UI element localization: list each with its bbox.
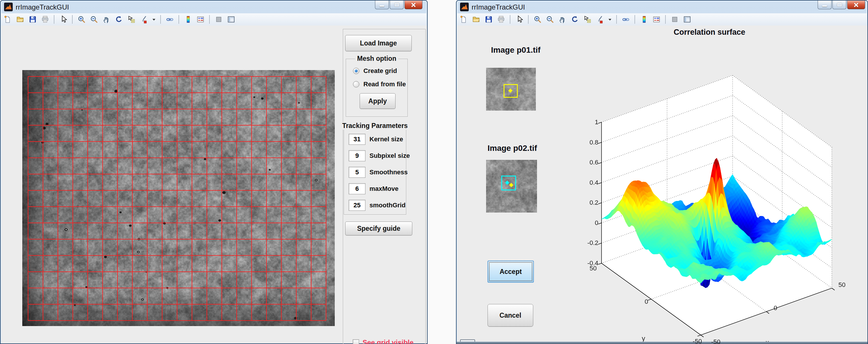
create-grid-radio[interactable]: [353, 68, 359, 74]
edit-plot-cursor-icon[interactable]: [59, 15, 68, 24]
minimize-button[interactable]: [375, 1, 389, 9]
z-tick-label: 0: [574, 219, 598, 227]
maxmove-label: maxMove: [370, 185, 398, 193]
kernel-size-field[interactable]: 31: [349, 134, 365, 145]
pan-hand-icon[interactable]: [558, 15, 567, 24]
control-panel: Load Image Mesh option Create grid Read …: [343, 29, 426, 344]
zoom-in-icon[interactable]: [77, 15, 86, 24]
smoothgrid-field[interactable]: 25: [349, 200, 365, 211]
save-figure-icon[interactable]: [28, 15, 37, 24]
smoothgrid-label: smoothGrid: [370, 202, 406, 209]
link-plots-icon[interactable]: [621, 15, 630, 24]
brush-dropdown-icon[interactable]: [152, 15, 156, 24]
figure-toolbar: [1, 13, 427, 26]
matlab-logo-icon: [4, 3, 13, 11]
insert-colorbar-icon[interactable]: [184, 15, 192, 24]
minimize-icon: [380, 5, 384, 7]
correlation-surface-plot[interactable]: [591, 67, 868, 344]
rotate-3d-icon[interactable]: [115, 15, 123, 24]
window-bottom-edge: [457, 342, 867, 344]
create-grid-label: Create grid: [363, 67, 397, 75]
z-tick-label: -0.2: [574, 239, 598, 247]
titlebar[interactable]: rrImageTrackGUI: [457, 1, 867, 13]
brush-dropdown-icon[interactable]: [608, 15, 612, 24]
toolbar-separator: [634, 15, 636, 24]
matlab-logo-icon: [460, 3, 469, 11]
toolbar-separator: [665, 15, 666, 24]
maxmove-field[interactable]: 6: [349, 183, 365, 194]
toolbar-separator: [179, 15, 179, 24]
pan-hand-icon[interactable]: [102, 15, 111, 24]
z-tick-label: 0.6: [574, 159, 598, 166]
data-cursor-icon[interactable]: [583, 15, 592, 24]
toolbar-separator: [528, 15, 529, 24]
window-title: rrImageTrackGUI: [472, 3, 525, 11]
apply-button[interactable]: Apply: [360, 93, 396, 109]
window-left-figure: rrImageTrackGUI Load Image Mesh option C…: [0, 0, 428, 344]
specify-guide-button[interactable]: Specify guide: [345, 222, 412, 235]
zoom-out-icon[interactable]: [546, 15, 554, 24]
insert-colorbar-icon[interactable]: [640, 15, 648, 24]
maximize-button[interactable]: [390, 1, 404, 9]
speckle-image-axes[interactable]: [22, 70, 335, 326]
new-figure-icon[interactable]: [3, 15, 12, 24]
load-image-button[interactable]: Load Image: [345, 35, 412, 51]
close-button[interactable]: [404, 1, 423, 9]
z-tick-label: 0.4: [574, 179, 598, 187]
z-tick-label: 0.8: [574, 139, 598, 146]
toolbar-separator: [72, 15, 73, 24]
kernel-size-label: Kernel size: [370, 136, 403, 143]
image2-title: Image p02.tif: [488, 144, 537, 153]
insert-legend-icon[interactable]: [652, 15, 661, 24]
brush-data-icon[interactable]: [140, 15, 148, 24]
y-tick-label: 0: [645, 298, 648, 306]
window-title: rrImageTrackGUI: [16, 3, 69, 11]
print-figure-icon[interactable]: [497, 15, 505, 24]
mesh-option-group: Mesh option Create grid Read from file A…: [346, 59, 408, 117]
show-plot-tools-icon[interactable]: [227, 15, 236, 24]
read-from-file-label: Read from file: [363, 81, 406, 88]
grid-visible-checkbox[interactable]: [353, 339, 359, 344]
maximize-icon: [395, 3, 399, 6]
print-figure-icon[interactable]: [41, 15, 50, 24]
edit-plot-cursor-icon[interactable]: [515, 15, 524, 24]
toolbar-separator: [616, 15, 617, 24]
new-figure-icon[interactable]: [460, 15, 468, 24]
hide-plot-tools-icon[interactable]: [671, 15, 679, 24]
zoom-in-icon[interactable]: [533, 15, 542, 24]
brush-data-icon[interactable]: [595, 15, 604, 24]
rotate-3d-icon[interactable]: [570, 15, 579, 24]
image1-title: Image p01.tif: [491, 46, 540, 55]
maximize-icon: [837, 3, 842, 6]
titlebar[interactable]: rrImageTrackGUI: [1, 1, 427, 13]
open-file-icon[interactable]: [16, 15, 25, 24]
insert-legend-icon[interactable]: [196, 15, 205, 24]
toolbar-separator: [160, 15, 161, 24]
accept-button[interactable]: Accept: [488, 261, 534, 283]
save-figure-icon[interactable]: [484, 15, 493, 24]
y-tick-label: 50: [590, 265, 597, 272]
cancel-button[interactable]: Cancel: [488, 304, 533, 326]
minimize-button[interactable]: [818, 1, 832, 9]
open-file-icon[interactable]: [472, 15, 480, 24]
read-from-file-radio[interactable]: [353, 81, 359, 87]
load-image-label: Load Image: [360, 39, 397, 47]
subpixel-size-field[interactable]: 9: [349, 150, 365, 161]
minimize-icon: [822, 5, 827, 7]
smoothness-field[interactable]: 5: [349, 167, 365, 178]
specify-guide-label: Specify guide: [357, 225, 400, 232]
link-plots-icon[interactable]: [165, 15, 174, 24]
maximize-button[interactable]: [832, 1, 846, 9]
x-tick-label: 50: [838, 281, 845, 289]
close-icon: [853, 2, 859, 7]
image2-thumbnail: [486, 160, 537, 212]
hide-plot-tools-icon[interactable]: [214, 15, 223, 24]
mesh-option-title: Mesh option: [355, 55, 398, 62]
tracking-parameters-title: Tracking Parameters: [340, 122, 410, 130]
window-right-figure: rrImageTrackGUI Image p01.tif Image p02.…: [456, 0, 868, 344]
show-plot-tools-icon[interactable]: [683, 15, 691, 24]
close-icon: [410, 2, 416, 7]
close-button[interactable]: [847, 1, 865, 9]
data-cursor-icon[interactable]: [127, 15, 136, 24]
zoom-out-icon[interactable]: [90, 15, 98, 24]
